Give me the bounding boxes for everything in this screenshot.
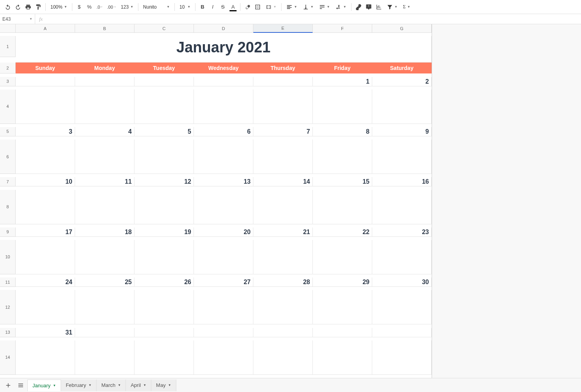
calendar-day-body[interactable] — [313, 240, 372, 274]
sheet-tab-may[interactable]: May▼ — [151, 379, 176, 391]
row-header-1[interactable]: 1 — [0, 36, 16, 57]
filter-dropdown[interactable]: ▼ — [384, 2, 400, 12]
calendar-day-body[interactable] — [313, 290, 372, 324]
row-header-5[interactable]: 5 — [0, 127, 16, 136]
calendar-day-body[interactable] — [194, 340, 253, 375]
calendar-day-body[interactable] — [134, 89, 194, 124]
calendar-day-body[interactable] — [75, 240, 134, 274]
sheet-tab-january[interactable]: January▼ — [27, 379, 61, 391]
calendar-day-body[interactable] — [313, 340, 372, 375]
strikethrough-button[interactable]: S — [218, 2, 228, 12]
text-color-button[interactable]: A — [228, 2, 238, 12]
bold-button[interactable]: B — [198, 2, 207, 12]
calendar-day-body[interactable] — [372, 290, 432, 324]
calendar-day-body[interactable] — [16, 190, 75, 224]
fill-color-button[interactable] — [243, 2, 252, 12]
italic-button[interactable]: I — [208, 2, 217, 12]
text-rotation-dropdown[interactable]: ▼ — [333, 2, 349, 12]
all-sheets-button[interactable] — [15, 379, 27, 391]
calendar-day-body[interactable] — [16, 89, 75, 124]
calendar-day-body[interactable] — [134, 290, 194, 324]
row-header-10[interactable]: 10 — [0, 240, 16, 274]
calendar-day-number[interactable] — [372, 328, 432, 337]
calendar-day-body[interactable] — [313, 190, 372, 224]
calendar-day-body[interactable] — [75, 290, 134, 324]
calendar-day-number[interactable] — [75, 77, 134, 86]
vertical-align-dropdown[interactable]: ▼ — [300, 2, 316, 12]
calendar-day-number[interactable]: 22 — [313, 227, 372, 237]
calendar-day-body[interactable] — [75, 340, 134, 375]
row-header-2[interactable]: 2 — [0, 63, 16, 73]
calendar-day-body[interactable] — [253, 190, 313, 224]
merge-cells-dropdown[interactable]: ▼ — [263, 2, 279, 12]
zoom-dropdown[interactable]: 100%▼ — [48, 2, 70, 12]
calendar-day-number[interactable]: 19 — [134, 227, 194, 237]
row-header-11[interactable]: 11 — [0, 277, 16, 287]
more-formats-dropdown[interactable]: 123▼ — [118, 2, 136, 12]
add-sheet-button[interactable] — [2, 379, 14, 391]
calendar-day-body[interactable] — [16, 290, 75, 324]
calendar-day-body[interactable] — [75, 140, 134, 174]
font-family-dropdown[interactable]: Nunito▼ — [141, 2, 172, 12]
font-size-dropdown[interactable]: 10▼ — [177, 2, 193, 12]
calendar-day-body[interactable] — [253, 240, 313, 274]
text-wrap-dropdown[interactable]: ▼ — [317, 2, 332, 12]
calendar-day-body[interactable] — [16, 140, 75, 174]
calendar-day-number[interactable]: 4 — [75, 127, 134, 136]
calendar-day-number[interactable] — [134, 77, 194, 86]
row-header-6[interactable]: 6 — [0, 140, 16, 174]
calendar-day-number[interactable]: 26 — [134, 277, 194, 287]
calendar-day-body[interactable] — [134, 240, 194, 274]
calendar-day-body[interactable] — [194, 240, 253, 274]
calendar-day-body[interactable] — [194, 290, 253, 324]
row-header-8[interactable]: 8 — [0, 190, 16, 224]
calendar-day-number[interactable]: 31 — [16, 328, 75, 337]
calendar-day-number[interactable] — [253, 328, 313, 337]
calendar-day-number[interactable]: 17 — [16, 227, 75, 237]
row-header-13[interactable]: 13 — [0, 328, 16, 337]
calendar-day-body[interactable] — [372, 340, 432, 375]
calendar-day-number[interactable] — [75, 328, 134, 337]
horizontal-align-dropdown[interactable]: ▼ — [284, 2, 299, 12]
row-header-4[interactable]: 4 — [0, 89, 16, 124]
calendar-day-number[interactable]: 9 — [372, 127, 432, 136]
sheet-tab-april[interactable]: April▼ — [126, 379, 151, 391]
paint-format-button[interactable] — [34, 2, 43, 12]
calendar-day-body[interactable] — [16, 340, 75, 375]
calendar-day-body[interactable] — [134, 340, 194, 375]
decrease-decimal-button[interactable]: .0← — [95, 2, 105, 12]
insert-chart-button[interactable] — [374, 2, 384, 12]
calendar-day-body[interactable] — [194, 89, 253, 124]
column-header-C[interactable]: C — [134, 24, 194, 33]
calendar-day-number[interactable] — [194, 328, 253, 337]
calendar-day-body[interactable] — [253, 340, 313, 375]
calendar-day-number[interactable]: 3 — [16, 127, 75, 136]
calendar-day-number[interactable]: 27 — [194, 277, 253, 287]
currency-button[interactable]: $ — [75, 2, 84, 12]
calendar-day-number[interactable]: 1 — [313, 77, 372, 86]
calendar-day-number[interactable]: 29 — [313, 277, 372, 287]
calendar-day-number[interactable]: 18 — [75, 227, 134, 237]
calendar-day-number[interactable] — [313, 328, 372, 337]
row-header-3[interactable]: 3 — [0, 77, 16, 86]
undo-button[interactable] — [3, 2, 13, 12]
calendar-day-number[interactable]: 21 — [253, 227, 313, 237]
sheet-tab-march[interactable]: March▼ — [97, 379, 126, 391]
row-header-9[interactable]: 9 — [0, 227, 16, 237]
calendar-day-body[interactable] — [194, 140, 253, 174]
calendar-day-number[interactable]: 12 — [134, 177, 194, 186]
calendar-day-number[interactable]: 5 — [134, 127, 194, 136]
calendar-day-number[interactable]: 24 — [16, 277, 75, 287]
column-header-D[interactable]: D — [194, 24, 253, 33]
calendar-day-number[interactable]: 7 — [253, 127, 313, 136]
row-header-12[interactable]: 12 — [0, 290, 16, 324]
calendar-day-number[interactable]: 15 — [313, 177, 372, 186]
calendar-day-number[interactable] — [194, 77, 253, 86]
calendar-day-body[interactable] — [253, 140, 313, 174]
functions-dropdown[interactable]: Σ▼ — [401, 2, 413, 12]
column-header-G[interactable]: G — [372, 24, 432, 33]
increase-decimal-button[interactable]: .00→ — [106, 2, 118, 12]
calendar-day-number[interactable]: 30 — [372, 277, 432, 287]
calendar-day-number[interactable]: 16 — [372, 177, 432, 186]
select-all-corner[interactable] — [0, 24, 16, 33]
